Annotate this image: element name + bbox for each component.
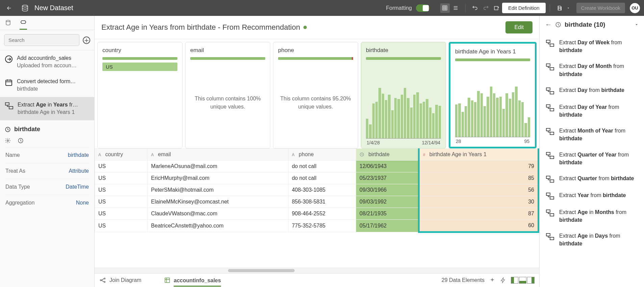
recommendation-text: Extract Age in Days from birthdate xyxy=(559,232,638,247)
page-title: New Dataset xyxy=(34,4,386,12)
recommendation-item[interactable]: Extract Month of Year from birthdate xyxy=(545,123,639,146)
unique-text: This column contains 95.20% unique value… xyxy=(278,95,353,111)
add-step-button[interactable] xyxy=(492,3,501,13)
view-list-button[interactable] xyxy=(451,3,461,13)
cell-age: 87 xyxy=(419,208,538,220)
type-icon: A xyxy=(292,152,295,157)
undo-button[interactable] xyxy=(470,3,480,13)
property-row[interactable]: Treat AsAttribute xyxy=(5,163,90,179)
recommendation-item[interactable]: Extract Age in Days from birthdate xyxy=(545,228,639,252)
type-icon: A xyxy=(151,152,154,157)
tab-steps[interactable] xyxy=(20,19,27,30)
cell-birthdate: 05/23/1937 xyxy=(356,172,419,184)
cell-birthdate: 09/03/1992 xyxy=(356,196,419,208)
cell-phone: 408-303-1085 xyxy=(288,184,356,196)
table-row[interactable]: USEricHMurphy@mail.comdo not call05/23/1… xyxy=(95,172,539,184)
table-row[interactable]: USPeterSMaki@hotmail.com408-303-108509/3… xyxy=(95,184,539,196)
svg-rect-24 xyxy=(550,109,554,111)
cell-phone: 908-464-2552 xyxy=(288,208,356,220)
column-header[interactable]: birthdate xyxy=(356,149,419,161)
property-row[interactable]: Namebirthdate xyxy=(5,147,90,163)
cell-country: US xyxy=(95,196,148,208)
histogram-chart xyxy=(455,87,530,137)
recommendation-item[interactable]: Extract Day of Week from birthdate xyxy=(545,34,639,58)
add-step-plus-button[interactable]: ＋ xyxy=(83,37,90,44)
divider xyxy=(550,4,550,12)
property-value: birthdate xyxy=(68,152,89,158)
column-card[interactable]: birthdate1/4/2812/14/94 xyxy=(361,42,446,148)
svg-rect-18 xyxy=(550,44,554,46)
recommendation-item[interactable]: Extract Day of Year from birthdate xyxy=(545,99,639,123)
recommendation-item[interactable]: Extract Quarter from birthdate xyxy=(545,170,639,187)
cell-phone: do not call xyxy=(288,161,356,172)
table-row[interactable]: USClaudeVWatson@mac.com908-464-255208/21… xyxy=(95,208,539,220)
redo-button[interactable] xyxy=(481,3,491,13)
save-button[interactable] xyxy=(555,3,564,13)
step-item[interactable]: Add accountinfo_salesUploaded from accou… xyxy=(0,50,94,74)
column-header[interactable]: # birthdate Age in Years 1 xyxy=(419,149,538,161)
table-row[interactable]: USElaineMMcKinsey@comcast.net856-308-583… xyxy=(95,196,539,208)
recommendations-collapse-button[interactable] xyxy=(635,23,639,27)
layout-left-button[interactable] xyxy=(511,277,518,284)
quality-bar xyxy=(102,57,177,60)
database-icon xyxy=(21,4,29,12)
svg-rect-22 xyxy=(550,92,554,94)
layout-bottom-button[interactable] xyxy=(519,277,526,284)
column-header[interactable]: A email xyxy=(148,149,289,161)
search-input[interactable] xyxy=(4,34,79,46)
column-card[interactable]: phoneThis column contains 95.20% unique … xyxy=(273,42,358,148)
cell-country: US xyxy=(95,161,148,172)
property-panel-title: birthdate xyxy=(5,123,90,136)
ai-hint-icon[interactable] xyxy=(489,277,495,283)
property-tab-time[interactable] xyxy=(18,138,24,144)
cell-birthdate: 09/30/1966 xyxy=(356,184,419,196)
step-icon xyxy=(5,55,13,63)
svg-point-13 xyxy=(104,278,105,279)
svg-point-12 xyxy=(100,280,101,281)
property-value: Attribute xyxy=(69,168,89,174)
cell-birthdate: 05/17/1962 xyxy=(356,220,419,232)
quality-bar xyxy=(455,58,530,61)
layout-right-button[interactable] xyxy=(527,277,535,284)
property-value: DateTime xyxy=(66,184,89,190)
table-row[interactable]: USMarleneAOsuna@mail.comdo not call12/06… xyxy=(95,161,539,172)
recommendation-item[interactable]: Extract Year from birthdate xyxy=(545,187,639,204)
edit-definition-button[interactable]: Edit Definition xyxy=(502,3,546,13)
save-dropdown-button[interactable] xyxy=(564,3,573,13)
column-card[interactable]: countryUS xyxy=(97,42,182,148)
table-row[interactable]: USBeatriceCAnstett@yahoo.com775-352-5785… xyxy=(95,220,539,232)
recommendation-item[interactable]: Extract Day of Month from birthdate xyxy=(545,58,639,82)
svg-point-14 xyxy=(104,281,105,282)
tab-database[interactable] xyxy=(5,19,11,30)
svg-point-9 xyxy=(7,140,9,142)
column-header[interactable]: A phone xyxy=(288,149,356,161)
svg-rect-26 xyxy=(550,132,554,135)
recommendation-text: Extract Quarter from birthdate xyxy=(559,174,634,182)
edit-step-button[interactable]: Edit xyxy=(505,21,532,33)
table-tab[interactable]: accountinfo_sales xyxy=(164,277,221,283)
horizontal-scrollbar[interactable] xyxy=(95,268,539,273)
column-card[interactable]: birthdate Age in Years 12895 xyxy=(449,42,537,148)
column-card[interactable]: emailThis column contains 100% unique va… xyxy=(185,42,270,148)
join-diagram-button[interactable]: Join Diagram xyxy=(99,277,141,284)
recommendation-item[interactable]: Extract Age in Months from birthdate xyxy=(545,204,639,228)
property-row[interactable]: AggregationNone xyxy=(5,195,90,211)
recommendation-item[interactable]: Extract Quarter of Year from birthdate xyxy=(545,147,639,170)
column-header[interactable]: A country xyxy=(95,149,148,161)
back-button[interactable] xyxy=(4,3,14,13)
column-card-title: country xyxy=(102,47,177,54)
step-item[interactable]: Extract Age in Years fr…birthdate Age in… xyxy=(0,97,94,120)
user-avatar[interactable]: OU xyxy=(630,3,640,13)
view-grid-button[interactable] xyxy=(440,3,450,13)
cell-age: 79 xyxy=(419,161,538,172)
performance-icon[interactable] xyxy=(500,277,506,283)
step-item[interactable]: Convert detected form…birthdate xyxy=(0,74,94,97)
property-tab-general[interactable] xyxy=(5,138,11,144)
recommendation-item[interactable]: Extract Day from birthdate xyxy=(545,82,639,99)
formatting-toggle[interactable] xyxy=(416,4,429,12)
recommendations-back-button[interactable]: ← xyxy=(545,21,552,28)
property-row[interactable]: Data TypeDateTime xyxy=(5,179,90,195)
property-name: Treat As xyxy=(5,168,25,174)
recommendation-text: Extract Day of Year from birthdate xyxy=(559,103,638,119)
main-content: Extract Age in Years from birthdate - Fr… xyxy=(95,16,539,287)
